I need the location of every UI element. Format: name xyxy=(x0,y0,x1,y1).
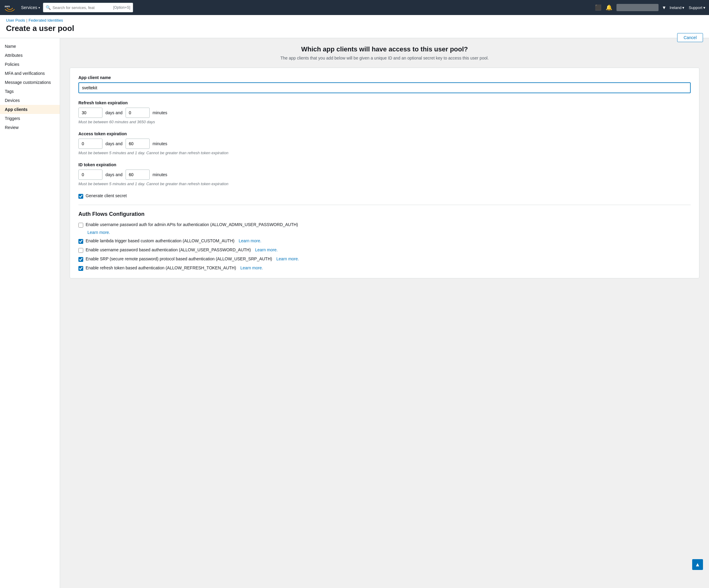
page-header: User Pools | Federated Identities Create… xyxy=(0,15,709,38)
admin-auth-learn-more[interactable]: Learn more. xyxy=(87,230,110,235)
support-caret-icon: ▾ xyxy=(703,5,705,10)
cancel-button[interactable]: Cancel xyxy=(677,33,703,42)
scroll-to-top-button[interactable]: ▲ xyxy=(692,559,703,570)
sidebar-item-name[interactable]: Name xyxy=(0,42,60,51)
lambda-auth-checkbox[interactable] xyxy=(78,239,83,244)
access-hint: Must be between 5 minutes and 1 day. Can… xyxy=(78,151,691,155)
section-divider xyxy=(78,205,691,205)
region-selector[interactable]: Ireland ▾ xyxy=(669,5,685,10)
srp-auth-learn-more[interactable]: Learn more. xyxy=(277,256,299,261)
admin-auth-label: Enable username password auth for admin … xyxy=(86,222,298,227)
refresh-auth-label: Enable refresh token based authenticatio… xyxy=(86,265,236,270)
bell-icon-button[interactable]: 🔔 xyxy=(606,4,612,11)
aws-logo[interactable]: aws xyxy=(4,4,16,11)
auth-flows-section: Auth Flows Configuration Enable username… xyxy=(78,211,691,271)
id-minutes-label: minutes xyxy=(153,172,167,177)
refresh-auth-learn-more[interactable]: Learn more. xyxy=(240,265,263,270)
id-days-and: days and xyxy=(105,172,123,177)
search-bar: 🔍 [Option+S] xyxy=(43,3,133,12)
sidebar-item-app-clients[interactable]: App clients xyxy=(0,105,60,114)
account-bar xyxy=(616,4,659,11)
access-token-label: Access token expiration xyxy=(78,131,691,136)
sidebar-item-review[interactable]: Review xyxy=(0,123,60,132)
generate-secret-label[interactable]: Generate client secret xyxy=(86,193,127,198)
auth-flow-user-password-row: Enable username password based authentic… xyxy=(78,248,691,253)
auth-flows-title: Auth Flows Configuration xyxy=(78,211,691,218)
search-input[interactable] xyxy=(53,5,111,10)
admin-auth-checkbox[interactable] xyxy=(78,223,83,228)
sidebar: Name Attributes Policies MFA and verific… xyxy=(0,38,60,588)
sidebar-item-attributes[interactable]: Attributes xyxy=(0,51,60,60)
user-password-auth-label: Enable username password based authentic… xyxy=(86,248,251,252)
refresh-token-label: Refresh token expiration xyxy=(78,100,691,105)
access-token-row: days and minutes xyxy=(78,138,691,149)
id-minutes-input[interactable] xyxy=(126,170,150,180)
access-token-group: Access token expiration days and minutes… xyxy=(78,131,691,155)
refresh-token-row: days and minutes xyxy=(78,108,691,118)
id-hint: Must be between 5 minutes and 1 day. Can… xyxy=(78,182,691,186)
user-password-auth-learn-more[interactable]: Learn more. xyxy=(255,248,278,252)
terminal-icon-button[interactable]: ⬛ xyxy=(595,4,601,11)
sidebar-item-devices[interactable]: Devices xyxy=(0,96,60,105)
services-caret-icon: ▾ xyxy=(38,6,40,9)
id-token-row: days and minutes xyxy=(78,170,691,180)
access-minutes-input[interactable] xyxy=(126,138,150,149)
section-main-title: Which app clients will have access to th… xyxy=(70,45,700,53)
refresh-token-group: Refresh token expiration days and minute… xyxy=(78,100,691,124)
svg-text:aws: aws xyxy=(4,5,10,8)
refresh-auth-checkbox[interactable] xyxy=(78,266,83,271)
search-shortcut: [Option+S] xyxy=(113,5,130,9)
breadcrumb-user-pools[interactable]: User Pools xyxy=(6,18,25,23)
nav-right: ⬛ 🔔 ▾ Ireland ▾ Support ▾ xyxy=(595,4,705,11)
generate-secret-checkbox[interactable] xyxy=(78,194,83,199)
app-client-name-label: App client name xyxy=(78,75,691,80)
app-client-name-input[interactable] xyxy=(78,82,691,93)
id-days-input[interactable] xyxy=(78,170,102,180)
services-menu-button[interactable]: Services ▾ xyxy=(21,5,40,10)
auth-flow-srp-row: Enable SRP (secure remote password) prot… xyxy=(78,256,691,262)
cancel-button-wrapper: Cancel xyxy=(677,33,703,42)
top-navigation: aws Services ▾ 🔍 [Option+S] ⬛ 🔔 ▾ Irelan… xyxy=(0,0,709,15)
page-title: Create a user pool xyxy=(6,24,703,33)
account-dropdown-icon[interactable]: ▾ xyxy=(663,4,665,11)
auth-flow-lambda-row: Enable lambda trigger based custom authe… xyxy=(78,238,691,244)
lambda-auth-label: Enable lambda trigger based custom authe… xyxy=(86,238,234,243)
support-menu[interactable]: Support ▾ xyxy=(688,5,705,10)
id-token-group: ID token expiration days and minutes Mus… xyxy=(78,162,691,186)
refresh-minutes-label: minutes xyxy=(153,110,167,115)
sidebar-item-triggers[interactable]: Triggers xyxy=(0,114,60,123)
region-label: Ireland xyxy=(669,5,682,10)
refresh-days-input[interactable] xyxy=(78,108,102,118)
app-client-name-group: App client name xyxy=(78,75,691,93)
access-days-input[interactable] xyxy=(78,138,102,149)
sidebar-item-tags[interactable]: Tags xyxy=(0,87,60,96)
id-token-label: ID token expiration xyxy=(78,162,691,167)
services-label: Services xyxy=(21,5,37,10)
support-label: Support xyxy=(688,5,702,10)
refresh-minutes-input[interactable] xyxy=(126,108,150,118)
region-caret-icon: ▾ xyxy=(682,5,684,10)
srp-auth-label: Enable SRP (secure remote password) prot… xyxy=(86,256,272,261)
sidebar-item-mfa[interactable]: MFA and verifications xyxy=(0,69,60,78)
access-minutes-label: minutes xyxy=(153,141,167,146)
sidebar-item-message[interactable]: Message customizations xyxy=(0,78,60,87)
app-client-card: App client name Refresh token expiration… xyxy=(70,68,700,278)
generate-secret-row: Generate client secret xyxy=(78,193,691,199)
main-content: Which app clients will have access to th… xyxy=(60,38,709,588)
auth-flow-refresh-row: Enable refresh token based authenticatio… xyxy=(78,265,691,271)
section-subtitle: The app clients that you add below will … xyxy=(70,56,700,60)
refresh-days-and: days and xyxy=(105,110,123,115)
breadcrumb-separator: | xyxy=(26,18,27,23)
sidebar-item-policies[interactable]: Policies xyxy=(0,60,60,69)
access-days-and: days and xyxy=(105,141,123,146)
user-password-auth-checkbox[interactable] xyxy=(78,248,83,253)
lambda-auth-learn-more[interactable]: Learn more. xyxy=(239,238,261,243)
breadcrumb: User Pools | Federated Identities xyxy=(6,18,703,23)
srp-auth-checkbox[interactable] xyxy=(78,257,83,262)
breadcrumb-federated-identities[interactable]: Federated Identities xyxy=(29,18,63,23)
main-layout: Name Attributes Policies MFA and verific… xyxy=(0,38,709,588)
refresh-hint: Must be between 60 minutes and 3650 days xyxy=(78,120,691,124)
search-icon: 🔍 xyxy=(46,5,51,10)
auth-flow-admin-auth-row: Enable username password auth for admin … xyxy=(78,222,691,228)
